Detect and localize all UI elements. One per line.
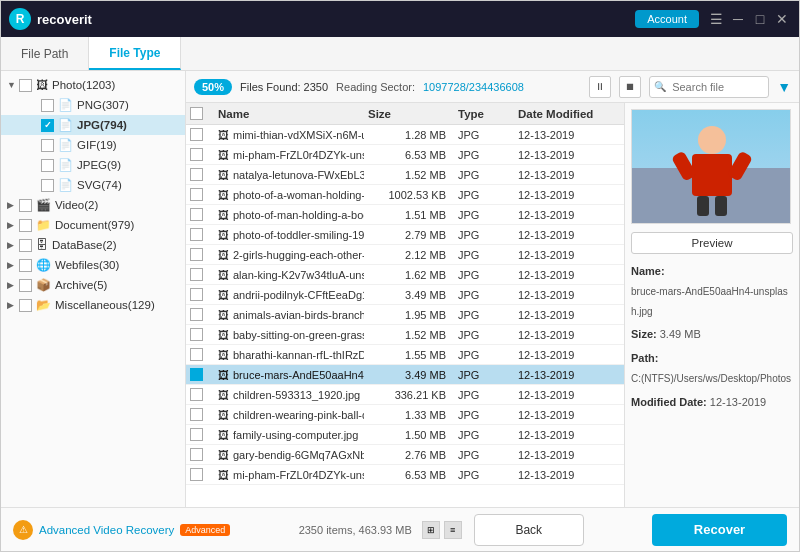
row-checkbox-17[interactable] (190, 468, 203, 481)
checkbox-archive[interactable] (19, 279, 32, 292)
row-checkbox-4[interactable] (190, 208, 203, 221)
sidebar-item-jpeg[interactable]: 📄 JPEG(9) (1, 155, 185, 175)
tab-filetype[interactable]: File Type (89, 37, 181, 70)
minimize-button[interactable]: ─ (729, 10, 747, 28)
checkbox-webfiles[interactable] (19, 259, 32, 272)
file-row-checkbox[interactable] (186, 288, 214, 301)
sidebar-item-document[interactable]: ▶ 📁 Document(979) (1, 215, 185, 235)
table-row[interactable]: 🖼 bharathi-kannan-rfL-thIRzDs-unsplas...… (186, 345, 624, 365)
sidebar-item-png[interactable]: 📄 PNG(307) (1, 95, 185, 115)
list-view-icon[interactable]: ≡ (444, 521, 462, 539)
table-row[interactable]: 🖼 animals-avian-birds-branch-459326.j...… (186, 305, 624, 325)
file-row-checkbox[interactable] (186, 348, 214, 361)
table-row[interactable]: 🖼 photo-of-toddler-smiling-1912868.jpg 2… (186, 225, 624, 245)
maximize-button[interactable]: □ (751, 10, 769, 28)
checkbox-png[interactable] (41, 99, 54, 112)
table-row[interactable]: 🖼 family-using-computer.jpg 1.50 MB JPG … (186, 425, 624, 445)
table-row[interactable]: 🖼 2-girls-hugging-each-other-outdoor-...… (186, 245, 624, 265)
checkbox-svg[interactable] (41, 179, 54, 192)
file-row-checkbox[interactable] (186, 408, 214, 421)
row-checkbox-8[interactable] (190, 288, 203, 301)
file-list-body[interactable]: 🖼 mimi-thian-vdXMSiX-n6M-unsplash.jpg 1.… (186, 125, 624, 507)
table-row[interactable]: 🖼 children-593313_1920.jpg 336.21 KB JPG… (186, 385, 624, 405)
row-checkbox-7[interactable] (190, 268, 203, 281)
sidebar-item-archive[interactable]: ▶ 📦 Archive(5) (1, 275, 185, 295)
table-row[interactable]: 🖼 gary-bendig-6GMq7AGxNbE-unsplas... 2.7… (186, 445, 624, 465)
sidebar-item-photo[interactable]: ▼ 🖼 Photo(1203) (1, 75, 185, 95)
file-row-checkbox[interactable] (186, 208, 214, 221)
table-row[interactable]: 🖼 alan-king-K2v7w34tluA-unsplash.jpg 1.6… (186, 265, 624, 285)
row-checkbox-9[interactable] (190, 308, 203, 321)
file-row-checkbox[interactable] (186, 368, 214, 381)
close-button[interactable]: ✕ (773, 10, 791, 28)
file-row-checkbox[interactable] (186, 188, 214, 201)
table-row[interactable]: 🖼 natalya-letunova-FWxEbL34i4Y-unsp... 1… (186, 165, 624, 185)
file-row-checkbox[interactable] (186, 268, 214, 281)
file-row-checkbox[interactable] (186, 128, 214, 141)
filter-icon[interactable]: ▼ (777, 79, 791, 95)
preview-button[interactable]: Preview (631, 232, 793, 254)
pause-button[interactable]: ⏸ (589, 76, 611, 98)
sidebar-item-database[interactable]: ▶ 🗄 DataBase(2) (1, 235, 185, 255)
header-checkbox[interactable] (190, 107, 203, 120)
table-row[interactable]: 🖼 mi-pham-FrZL0r4DZYk-unsplash.jpg 6.53 … (186, 145, 624, 165)
sidebar-item-webfiles[interactable]: ▶ 🌐 Webfiles(30) (1, 255, 185, 275)
search-input[interactable] (649, 76, 769, 98)
file-row-checkbox[interactable] (186, 148, 214, 161)
row-checkbox-15[interactable] (190, 428, 203, 441)
row-checkbox-3[interactable] (190, 188, 203, 201)
row-checkbox-1[interactable] (190, 148, 203, 161)
sidebar-item-jpg[interactable]: ✓ 📄 JPG(794) (1, 115, 185, 135)
checkbox-jpeg[interactable] (41, 159, 54, 172)
checkbox-video[interactable] (19, 199, 32, 212)
file-row-checkbox[interactable] (186, 328, 214, 341)
checkbox-gif[interactable] (41, 139, 54, 152)
checkbox-database[interactable] (19, 239, 32, 252)
row-checkbox-13[interactable] (190, 388, 203, 401)
table-row[interactable]: 🖼 baby-sitting-on-green-grass-beside-...… (186, 325, 624, 345)
grid-view-icon[interactable]: ⊞ (422, 521, 440, 539)
file-row-checkbox[interactable] (186, 428, 214, 441)
table-row[interactable]: 🖼 mi-pham-FrZL0r4DZYk-unsplash.jpg 6.53 … (186, 465, 624, 485)
file-type-icon: 🖼 (218, 329, 229, 341)
checkbox-photo[interactable] (19, 79, 32, 92)
file-row-checkbox[interactable] (186, 248, 214, 261)
checkbox-misc[interactable] (19, 299, 32, 312)
table-row[interactable]: 🖼 photo-of-a-woman-holding-an-ipad-7... … (186, 185, 624, 205)
account-button[interactable]: Account (635, 10, 699, 28)
row-checkbox-16[interactable] (190, 448, 203, 461)
stop-button[interactable]: ⏹ (619, 76, 641, 98)
row-checkbox-2[interactable] (190, 168, 203, 181)
file-row-checkbox[interactable] (186, 468, 214, 481)
advanced-video-label[interactable]: Advanced Video Recovery (39, 524, 174, 536)
sidebar-item-misc[interactable]: ▶ 📂 Miscellaneous(129) (1, 295, 185, 315)
menu-button[interactable]: ☰ (707, 10, 725, 28)
sidebar-item-video[interactable]: ▶ 🎬 Video(2) (1, 195, 185, 215)
row-checkbox-6[interactable] (190, 248, 203, 261)
row-checkbox-5[interactable] (190, 228, 203, 241)
table-row[interactable]: 🖼 photo-of-man-holding-a-book-92702... 1… (186, 205, 624, 225)
file-row-type: JPG (454, 188, 514, 201)
file-row-checkbox[interactable] (186, 308, 214, 321)
row-checkbox-10[interactable] (190, 328, 203, 341)
row-checkbox-11[interactable] (190, 348, 203, 361)
checkbox-jpg[interactable]: ✓ (41, 119, 54, 132)
file-row-checkbox[interactable] (186, 228, 214, 241)
table-row[interactable]: 🖼 children-wearing-pink-ball-dress-360..… (186, 405, 624, 425)
row-checkbox-12[interactable] (190, 368, 203, 381)
table-row[interactable]: 🖼 andrii-podilnyk-CFftEeaDg1I-unsplas...… (186, 285, 624, 305)
sidebar-item-svg[interactable]: 📄 SVG(74) (1, 175, 185, 195)
checkbox-document[interactable] (19, 219, 32, 232)
file-row-checkbox[interactable] (186, 388, 214, 401)
file-row-checkbox[interactable] (186, 448, 214, 461)
sidebar-item-gif[interactable]: 📄 GIF(19) (1, 135, 185, 155)
expand-arrow-database: ▶ (7, 240, 19, 250)
recover-button[interactable]: Recover (652, 514, 787, 546)
table-row[interactable]: 🖼 bruce-mars-AndE50aaHn4-unsplash... 3.4… (186, 365, 624, 385)
back-button[interactable]: Back (474, 514, 584, 546)
table-row[interactable]: 🖼 mimi-thian-vdXMSiX-n6M-unsplash.jpg 1.… (186, 125, 624, 145)
row-checkbox-14[interactable] (190, 408, 203, 421)
tab-filepath[interactable]: File Path (1, 37, 89, 70)
row-checkbox-0[interactable] (190, 128, 203, 141)
file-row-checkbox[interactable] (186, 168, 214, 181)
